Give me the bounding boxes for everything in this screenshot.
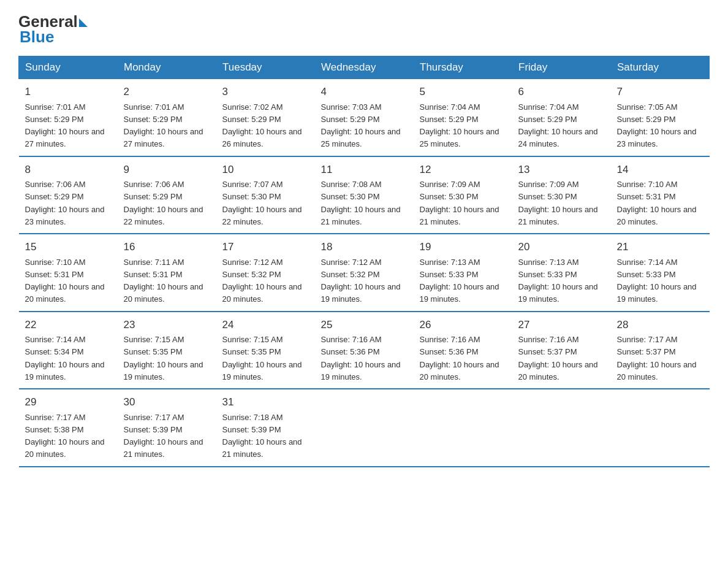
day-cell: 7 Sunrise: 7:05 AMSunset: 5:29 PMDayligh… (611, 79, 710, 156)
day-info: Sunrise: 7:16 AMSunset: 5:37 PMDaylight:… (518, 335, 598, 381)
day-cell: 1 Sunrise: 7:01 AMSunset: 5:29 PMDayligh… (19, 79, 118, 156)
day-cell: 29 Sunrise: 7:17 AMSunset: 5:38 PMDaylig… (19, 389, 118, 467)
day-info: Sunrise: 7:14 AMSunset: 5:33 PMDaylight:… (617, 258, 697, 304)
day-info: Sunrise: 7:12 AMSunset: 5:32 PMDaylight:… (321, 258, 401, 304)
day-number: 14 (617, 162, 703, 178)
day-number: 2 (124, 84, 210, 100)
day-number: 1 (25, 84, 112, 100)
day-cell: 9 Sunrise: 7:06 AMSunset: 5:29 PMDayligh… (118, 156, 216, 234)
day-info: Sunrise: 7:18 AMSunset: 5:39 PMDaylight:… (222, 413, 302, 459)
day-cell: 30 Sunrise: 7:17 AMSunset: 5:39 PMDaylig… (118, 389, 216, 467)
day-cell: 6 Sunrise: 7:04 AMSunset: 5:29 PMDayligh… (512, 79, 611, 156)
week-row-2: 8 Sunrise: 7:06 AMSunset: 5:29 PMDayligh… (19, 156, 710, 234)
day-number: 7 (617, 84, 703, 100)
day-cell (315, 389, 414, 467)
day-number: 4 (321, 84, 408, 100)
day-info: Sunrise: 7:04 AMSunset: 5:29 PMDaylight:… (420, 102, 499, 149)
day-number: 17 (222, 239, 309, 255)
day-number: 20 (518, 239, 605, 255)
day-cell: 17 Sunrise: 7:12 AMSunset: 5:32 PMDaylig… (216, 234, 315, 312)
day-number: 8 (25, 162, 112, 178)
day-info: Sunrise: 7:03 AMSunset: 5:29 PMDaylight:… (321, 102, 401, 149)
day-number: 23 (124, 317, 210, 333)
col-header-sunday: Sunday (19, 56, 118, 79)
week-row-3: 15 Sunrise: 7:10 AMSunset: 5:31 PMDaylig… (19, 234, 710, 312)
day-info: Sunrise: 7:11 AMSunset: 5:31 PMDaylight:… (124, 258, 203, 304)
logo: General Blue (18, 12, 88, 45)
day-number: 24 (222, 317, 309, 333)
logo-triangle-icon (79, 18, 88, 27)
day-info: Sunrise: 7:17 AMSunset: 5:39 PMDaylight:… (124, 413, 203, 459)
day-cell: 16 Sunrise: 7:11 AMSunset: 5:31 PMDaylig… (118, 234, 216, 312)
day-number: 16 (124, 239, 210, 255)
day-cell: 3 Sunrise: 7:02 AMSunset: 5:29 PMDayligh… (216, 79, 315, 156)
day-cell: 11 Sunrise: 7:08 AMSunset: 5:30 PMDaylig… (315, 156, 414, 234)
day-number: 11 (321, 162, 408, 178)
day-cell: 8 Sunrise: 7:06 AMSunset: 5:29 PMDayligh… (19, 156, 118, 234)
day-number: 22 (25, 317, 112, 333)
logo-blue-text: Blue (20, 29, 54, 45)
day-cell: 28 Sunrise: 7:17 AMSunset: 5:37 PMDaylig… (611, 312, 710, 389)
day-info: Sunrise: 7:13 AMSunset: 5:33 PMDaylight:… (420, 258, 499, 304)
day-number: 12 (420, 162, 506, 178)
day-cell: 27 Sunrise: 7:16 AMSunset: 5:37 PMDaylig… (512, 312, 611, 389)
day-info: Sunrise: 7:08 AMSunset: 5:30 PMDaylight:… (321, 180, 401, 226)
day-info: Sunrise: 7:15 AMSunset: 5:35 PMDaylight:… (124, 335, 203, 381)
day-number: 5 (420, 84, 506, 100)
day-number: 18 (321, 239, 408, 255)
day-number: 26 (420, 317, 506, 333)
day-cell: 19 Sunrise: 7:13 AMSunset: 5:33 PMDaylig… (414, 234, 512, 312)
day-cell: 31 Sunrise: 7:18 AMSunset: 5:39 PMDaylig… (216, 389, 315, 467)
day-cell: 14 Sunrise: 7:10 AMSunset: 5:31 PMDaylig… (611, 156, 710, 234)
week-row-4: 22 Sunrise: 7:14 AMSunset: 5:34 PMDaylig… (19, 312, 710, 389)
day-info: Sunrise: 7:01 AMSunset: 5:29 PMDaylight:… (124, 102, 203, 149)
day-number: 25 (321, 317, 408, 333)
day-info: Sunrise: 7:04 AMSunset: 5:29 PMDaylight:… (518, 102, 598, 149)
day-number: 13 (518, 162, 605, 178)
col-header-wednesday: Wednesday (315, 56, 414, 79)
day-info: Sunrise: 7:09 AMSunset: 5:30 PMDaylight:… (518, 180, 598, 226)
day-info: Sunrise: 7:01 AMSunset: 5:29 PMDaylight:… (25, 102, 105, 149)
day-number: 30 (124, 394, 210, 410)
calendar-header-row: SundayMondayTuesdayWednesdayThursdayFrid… (19, 56, 710, 79)
day-cell (611, 389, 710, 467)
day-info: Sunrise: 7:17 AMSunset: 5:38 PMDaylight:… (25, 413, 105, 459)
page-header: General Blue (18, 12, 710, 45)
day-info: Sunrise: 7:10 AMSunset: 5:31 PMDaylight:… (617, 180, 697, 226)
col-header-friday: Friday (512, 56, 611, 79)
day-info: Sunrise: 7:17 AMSunset: 5:37 PMDaylight:… (617, 335, 697, 381)
day-cell: 23 Sunrise: 7:15 AMSunset: 5:35 PMDaylig… (118, 312, 216, 389)
day-number: 3 (222, 84, 309, 100)
week-row-1: 1 Sunrise: 7:01 AMSunset: 5:29 PMDayligh… (19, 79, 710, 156)
day-cell: 2 Sunrise: 7:01 AMSunset: 5:29 PMDayligh… (118, 79, 216, 156)
day-cell: 20 Sunrise: 7:13 AMSunset: 5:33 PMDaylig… (512, 234, 611, 312)
day-cell: 12 Sunrise: 7:09 AMSunset: 5:30 PMDaylig… (414, 156, 512, 234)
week-row-5: 29 Sunrise: 7:17 AMSunset: 5:38 PMDaylig… (19, 389, 710, 467)
day-number: 19 (420, 239, 506, 255)
day-cell: 5 Sunrise: 7:04 AMSunset: 5:29 PMDayligh… (414, 79, 512, 156)
day-info: Sunrise: 7:14 AMSunset: 5:34 PMDaylight:… (25, 335, 105, 381)
day-cell: 18 Sunrise: 7:12 AMSunset: 5:32 PMDaylig… (315, 234, 414, 312)
day-info: Sunrise: 7:05 AMSunset: 5:29 PMDaylight:… (617, 102, 697, 149)
day-number: 28 (617, 317, 703, 333)
day-number: 10 (222, 162, 309, 178)
day-number: 31 (222, 394, 309, 410)
day-number: 6 (518, 84, 605, 100)
col-header-tuesday: Tuesday (216, 56, 315, 79)
day-cell (414, 389, 512, 467)
day-info: Sunrise: 7:16 AMSunset: 5:36 PMDaylight:… (321, 335, 401, 381)
day-info: Sunrise: 7:06 AMSunset: 5:29 PMDaylight:… (25, 180, 105, 226)
day-cell: 24 Sunrise: 7:15 AMSunset: 5:35 PMDaylig… (216, 312, 315, 389)
day-info: Sunrise: 7:10 AMSunset: 5:31 PMDaylight:… (25, 258, 105, 304)
day-number: 27 (518, 317, 605, 333)
day-cell (512, 389, 611, 467)
day-cell: 10 Sunrise: 7:07 AMSunset: 5:30 PMDaylig… (216, 156, 315, 234)
calendar-table: SundayMondayTuesdayWednesdayThursdayFrid… (18, 56, 710, 467)
day-number: 29 (25, 394, 112, 410)
col-header-saturday: Saturday (611, 56, 710, 79)
day-info: Sunrise: 7:13 AMSunset: 5:33 PMDaylight:… (518, 258, 598, 304)
day-cell: 13 Sunrise: 7:09 AMSunset: 5:30 PMDaylig… (512, 156, 611, 234)
day-number: 21 (617, 239, 703, 255)
day-info: Sunrise: 7:16 AMSunset: 5:36 PMDaylight:… (420, 335, 499, 381)
col-header-thursday: Thursday (414, 56, 512, 79)
